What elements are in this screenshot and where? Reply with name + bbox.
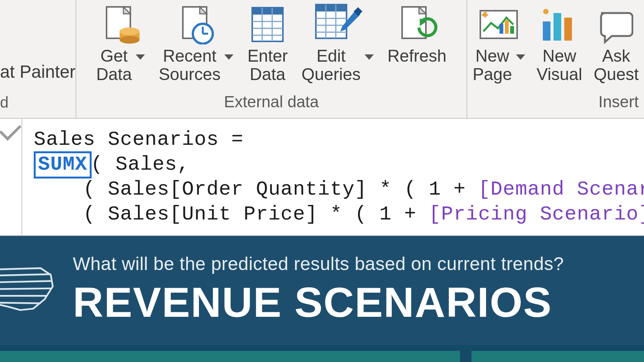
svg-point-34 — [483, 12, 487, 17]
new-page-label: New Page — [473, 47, 512, 84]
new-page-button[interactable]: New Page — [471, 2, 527, 84]
new-visual-label: New Visual — [537, 47, 582, 84]
enter-data-button[interactable]: Enter Data — [246, 2, 289, 84]
refresh-label: Refresh — [388, 47, 447, 65]
ask-question-button[interactable]: Ask Quest — [592, 2, 640, 84]
new-visual-icon — [538, 3, 580, 44]
dax-function-sumx: SUMX — [34, 151, 92, 179]
svg-point-4 — [120, 36, 140, 44]
enter-data-icon — [249, 3, 286, 44]
edit-queries-label: Edit Queries — [302, 47, 361, 84]
svg-rect-36 — [554, 13, 561, 41]
svg-rect-19 — [316, 5, 347, 11]
svg-point-5 — [120, 28, 140, 35]
svg-line-39 — [0, 274, 51, 276]
svg-rect-33 — [510, 26, 514, 34]
format-painter-button[interactable]: at Painter — [0, 61, 76, 82]
svg-rect-31 — [499, 24, 503, 34]
formula-bar: Sales Scenarios = SUMX( Sales, ( Sales[O… — [0, 119, 644, 236]
ribbon-insert-group: New Page New Visual — [467, 0, 644, 118]
ribbon: at Painter d Get Data — [0, 0, 644, 119]
measure-pricing-scenario: [Pricing Scenario] — [429, 203, 644, 226]
measure-demand-scenario: [Demand Scenario] — [478, 178, 644, 201]
svg-rect-32 — [505, 20, 509, 34]
formula-line-1: Sales Scenarios = — [34, 128, 244, 151]
caret-icon — [516, 54, 525, 60]
usa-map-icon — [0, 256, 58, 321]
formula-commit-area — [0, 119, 22, 235]
refresh-button[interactable]: Refresh — [386, 2, 448, 65]
report-header: What will be the predicted results based… — [0, 236, 644, 345]
recent-sources-label: Recent Sources — [159, 47, 220, 84]
report-title: REVENUE SCENARIOS — [73, 281, 564, 323]
external-data-group-label: External data — [224, 93, 319, 111]
caret-icon — [365, 54, 374, 60]
get-data-icon — [100, 3, 142, 44]
svg-line-40 — [0, 281, 52, 282]
report-subheading: What will be the predicted results based… — [73, 253, 564, 274]
svg-rect-35 — [543, 21, 550, 41]
svg-line-41 — [0, 288, 51, 289]
new-page-icon — [476, 3, 521, 44]
recent-sources-button[interactable]: Recent Sources — [157, 2, 235, 84]
caret-icon — [136, 54, 145, 60]
refresh-icon — [396, 3, 438, 44]
caret-icon — [224, 54, 233, 60]
formula-editor[interactable]: Sales Scenarios = SUMX( Sales, ( Sales[O… — [22, 119, 644, 235]
enter-data-label: Enter Data — [247, 47, 288, 84]
ask-question-label: Ask Quest — [594, 47, 639, 84]
insert-group-label: Insert — [598, 93, 640, 111]
ribbon-clipboard-group: at Painter d — [0, 0, 76, 118]
report-panel-left[interactable] — [0, 351, 460, 362]
clipboard-group-label: d — [0, 94, 76, 111]
svg-line-43 — [0, 303, 41, 303]
commit-check-icon[interactable] — [0, 126, 21, 148]
formula-line-2-tail: ( Sales, — [91, 153, 190, 176]
report-panel-right[interactable] — [472, 351, 644, 362]
recent-sources-icon — [175, 3, 217, 44]
edit-queries-button[interactable]: Edit Queries — [300, 2, 375, 84]
formula-line-3-pre: ( Sales[Order Quantity] * ( 1 + — [34, 178, 478, 201]
ask-question-icon — [599, 3, 633, 44]
get-data-button[interactable]: Get Data — [95, 2, 146, 84]
svg-point-38 — [543, 9, 549, 14]
ribbon-external-data-group: Get Data Recent Sources — [76, 0, 467, 118]
svg-rect-37 — [564, 18, 572, 41]
report-body — [0, 345, 644, 362]
formula-line-4-pre: ( Sales[Unit Price] * ( 1 + — [34, 203, 429, 226]
get-data-label: Get Data — [96, 47, 132, 84]
svg-rect-12 — [252, 8, 283, 15]
edit-queries-icon — [313, 3, 363, 44]
new-visual-button[interactable]: New Visual — [535, 2, 584, 84]
